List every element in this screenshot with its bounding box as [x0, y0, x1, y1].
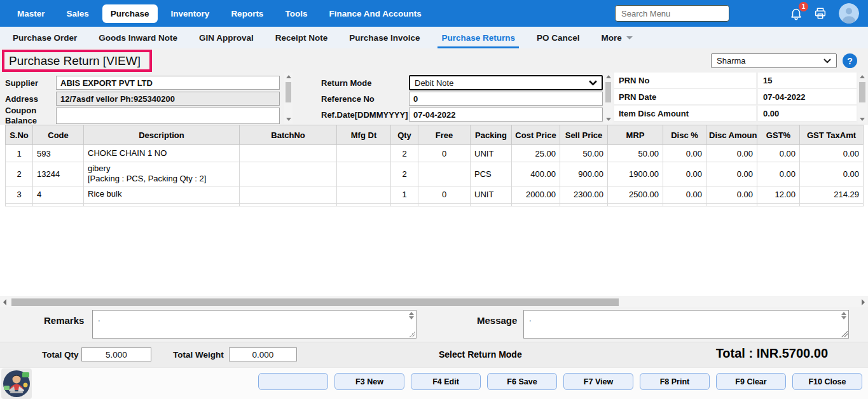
scrollbar-thumb[interactable] — [605, 82, 611, 102]
form-scrollbar — [284, 73, 293, 123]
menu-item[interactable]: Master — [9, 4, 53, 23]
spin-down-icon[interactable] — [841, 316, 846, 319]
table-row[interactable]: 3 4 Rice bulk 1 0 UNIT 2000.00 2300.00 2… — [6, 186, 864, 203]
function-button[interactable]: F6 Save — [487, 373, 557, 390]
total-weight-field: 0.000 — [229, 347, 297, 361]
scroll-up-icon[interactable] — [860, 75, 865, 78]
scrollbar-thumb[interactable] — [286, 82, 291, 102]
subnav-tab[interactable]: GIN Approval — [199, 27, 254, 48]
coupon-balance-field[interactable] — [56, 108, 280, 124]
menu-item[interactable]: Inventory — [163, 4, 218, 23]
cell-gst-pct: 12.00 — [757, 186, 800, 203]
user-avatar[interactable] — [839, 3, 859, 24]
cell-batchno — [240, 186, 337, 203]
scroll-down-icon[interactable] — [860, 118, 865, 121]
supplier-label: Supplier — [5, 78, 38, 88]
subnav-tab[interactable]: PO Cancel — [537, 27, 580, 48]
search-input[interactable] — [615, 5, 729, 22]
col-batchno: BatchNo — [240, 125, 337, 145]
cell-batchno — [240, 162, 337, 186]
remarks-label: Remarks — [44, 315, 84, 326]
table-row[interactable]: 1 593 CHOKE CHAIN 1 NO 2 0 UNIT 25.00 50… — [6, 145, 864, 162]
status-text: Select Return Mode — [439, 349, 522, 360]
top-menu-bar: MasterSalesPurchaseInventoryReportsTools… — [0, 0, 868, 27]
cell-sell-price: 900.00 — [560, 162, 608, 186]
function-button[interactable]: F3 New — [334, 373, 404, 390]
return-mode-value: Debit Note — [415, 78, 453, 88]
col-sell-price: Sell Price — [560, 125, 608, 145]
ref-date-field[interactable]: 07-04-2022 — [409, 108, 603, 122]
remarks-textarea[interactable]: . — [92, 310, 417, 339]
scroll-left-icon[interactable] — [3, 299, 6, 305]
scrollbar-thumb[interactable] — [859, 82, 865, 102]
function-button[interactable]: F10 Close — [792, 373, 862, 390]
support-chat-icon[interactable] — [1, 368, 32, 399]
cell-code: 4 — [33, 186, 84, 203]
subnav-tab[interactable]: Goods Inward Note — [99, 27, 177, 48]
resize-grip[interactable] — [409, 331, 415, 337]
subnav-tab[interactable]: More — [602, 27, 633, 48]
menu-item[interactable]: Finance And Accounts — [320, 4, 429, 23]
spin-up-icon[interactable] — [841, 312, 846, 315]
function-button[interactable] — [258, 373, 328, 390]
table-row[interactable]: 2 13244 gibery [Packing : PCS, Packing Q… — [6, 162, 864, 186]
col-disc-pct: Disc % — [663, 125, 706, 145]
document-header: Purchase Return [VIEW] Sharma ? Supplier… — [0, 48, 868, 125]
message-value: . — [529, 314, 532, 323]
spin-up-icon[interactable] — [409, 312, 414, 315]
subnav-tab-label: GIN Approval — [199, 33, 254, 43]
col-mfg-dt: Mfg Dt — [337, 125, 391, 145]
function-button[interactable]: F8 Print — [640, 373, 710, 390]
scroll-right-icon[interactable] — [862, 299, 865, 305]
subnav-tab[interactable]: Receipt Note — [275, 27, 328, 48]
cell-mfg-dt — [337, 145, 391, 162]
reference-no-field[interactable]: 0 — [409, 92, 603, 106]
total-qty-label: Total Qty — [42, 350, 79, 360]
menu-item[interactable]: Tools — [277, 4, 315, 23]
scroll-down-icon[interactable] — [606, 118, 611, 121]
scrollbar-thumb[interactable] — [11, 298, 619, 306]
cell-code: 593 — [33, 145, 84, 162]
subnav-tab[interactable]: Purchase Invoice — [349, 27, 420, 48]
subnav-tab[interactable]: Purchase Returns — [441, 27, 515, 48]
scroll-up-icon[interactable] — [286, 75, 291, 78]
scroll-up-icon[interactable] — [606, 75, 611, 78]
message-textarea[interactable]: . — [523, 310, 849, 339]
spin-down-icon[interactable] — [409, 316, 414, 319]
col-free: Free — [418, 125, 471, 145]
ref-date-label: Ref.Date[DDMMYYYY] — [321, 110, 408, 120]
purchase-return-screen: MasterSalesPurchaseInventoryReportsTools… — [0, 0, 868, 399]
cell-disc-amount: 0.00 — [706, 145, 757, 162]
grand-total: Total : INR.5700.00 — [716, 346, 828, 361]
menu-item[interactable]: Sales — [59, 4, 97, 23]
return-mode-select[interactable]: Debit Note — [409, 75, 603, 90]
topbar-right: 1 — [615, 0, 859, 27]
function-button[interactable]: F4 Edit — [411, 373, 481, 390]
function-button[interactable]: F7 View — [563, 373, 633, 390]
cell-cost-price: 25.00 — [512, 145, 560, 162]
help-button[interactable]: ? — [843, 53, 857, 68]
menu-item[interactable]: Purchase — [102, 4, 158, 23]
cell-sno: 3 — [6, 186, 33, 203]
item-disc-amount-row: Item Disc Amount 0.00 — [614, 106, 857, 122]
notifications-button[interactable]: 1 — [789, 6, 803, 20]
cell-free: 0 — [418, 186, 471, 203]
cell-qty: 1 — [391, 186, 418, 203]
function-button[interactable]: F9 Clear — [716, 373, 786, 390]
menu-item[interactable]: Reports — [223, 4, 272, 23]
cell-mfg-dt — [337, 162, 391, 186]
chevron-down-icon — [589, 80, 597, 86]
notification-badge: 1 — [799, 2, 808, 11]
supplier-field[interactable]: ABIS EXPORT PVT LTD — [56, 76, 280, 90]
subnav-tab[interactable]: Purchase Order — [13, 27, 77, 48]
scroll-down-icon[interactable] — [286, 118, 291, 121]
main-menu: MasterSalesPurchaseInventoryReportsTools… — [0, 4, 430, 23]
prn-date-row: PRN Date 07-04-2022 — [614, 89, 857, 105]
resize-grip[interactable] — [841, 331, 848, 337]
cell-sno: 1 — [6, 145, 33, 162]
prn-no-value: 15 — [758, 76, 772, 85]
print-button[interactable] — [813, 6, 827, 20]
subnav-tab-label: Purchase Order — [13, 33, 77, 43]
item-disc-amount-value: 0.00 — [758, 109, 779, 118]
user-dropdown[interactable]: Sharma — [711, 53, 837, 68]
